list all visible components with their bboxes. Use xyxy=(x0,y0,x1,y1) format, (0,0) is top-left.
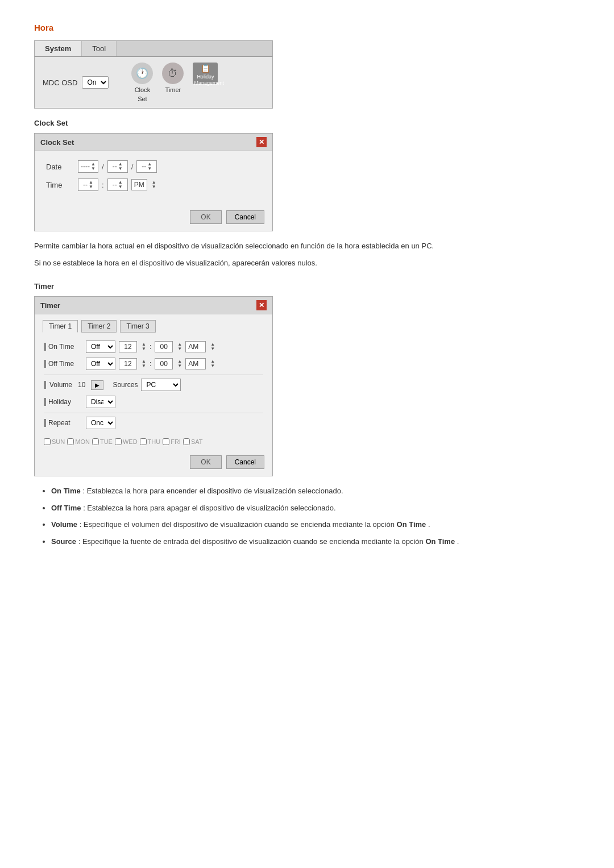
on-time-label: On Time xyxy=(44,343,82,351)
date-dn2[interactable]: ▼ xyxy=(118,167,123,171)
bullet-off-time: Off Time : Establezca la hora para apaga… xyxy=(51,502,580,514)
volume-increase-button[interactable]: ▶ xyxy=(91,380,103,390)
sys-tabs: System Tool xyxy=(35,41,272,57)
holiday-label-text: Holiday xyxy=(48,398,71,406)
timer-dialog: Timer ✕ Timer 1 Timer 2 Timer 3 On Time … xyxy=(34,296,273,476)
repeat-label-text: Repeat xyxy=(48,419,70,427)
bullet-volume-inline-bold: On Time xyxy=(397,520,426,529)
day-tue-checkbox[interactable] xyxy=(92,438,99,445)
day-mon-checkbox[interactable] xyxy=(67,438,74,445)
day-sat-checkbox[interactable] xyxy=(183,438,190,445)
date-sep1: / xyxy=(102,163,104,171)
timer-close-button[interactable]: ✕ xyxy=(256,300,267,310)
tab-timer3[interactable]: Timer 3 xyxy=(120,320,155,333)
holiday-icon-item[interactable]: 📋 Holiday Management xyxy=(193,63,218,102)
on-time-row: On Time Off On 12 ▲ ▼ : 00 ▲ ▼ AM ▲ ▼ xyxy=(44,340,263,353)
bullet-volume-text: : Especifique el volumen del dispositivo… xyxy=(80,520,397,529)
timer-icon-item[interactable]: ⏱ Timer xyxy=(162,63,184,102)
clock-cancel-button[interactable]: Cancel xyxy=(226,210,264,224)
repeat-row: Repeat Once Daily Weekly xyxy=(44,417,263,429)
clock-label-line2: Set xyxy=(138,95,147,102)
date-arrows2[interactable]: ▲ ▼ xyxy=(118,162,123,171)
holiday-row: Holiday Disable Enable xyxy=(44,396,263,408)
day-thu-checkbox[interactable] xyxy=(140,438,147,445)
repeat-select[interactable]: Once Daily Weekly xyxy=(86,417,115,429)
tab-timer2[interactable]: Timer 2 xyxy=(81,320,117,333)
clock-ok-button[interactable]: OK xyxy=(190,210,221,224)
date-spin1[interactable]: ---- ▲ ▼ xyxy=(78,160,98,173)
off-time-ampm: AM xyxy=(185,358,206,369)
holiday-select[interactable]: Disable Enable xyxy=(86,396,115,408)
hora-section-title: Hora xyxy=(34,23,580,32)
date-arrows1[interactable]: ▲ ▼ xyxy=(91,162,96,171)
timer-titlebar: Timer ✕ xyxy=(35,297,272,314)
clock-set-close-button[interactable]: ✕ xyxy=(256,137,267,147)
timer-icon: ⏱ xyxy=(162,63,184,84)
time-ampm-arrows[interactable]: ▲ ▼ xyxy=(152,180,156,189)
on-time-bar xyxy=(44,343,46,351)
time-dn2[interactable]: ▼ xyxy=(118,185,123,189)
on-hour-arrows[interactable]: ▲ ▼ xyxy=(142,342,146,351)
timer-cancel-button[interactable]: Cancel xyxy=(226,455,264,469)
day-thu-label: THU xyxy=(148,438,161,445)
day-sun-checkbox[interactable] xyxy=(44,438,51,445)
divider1 xyxy=(44,375,263,375)
day-wed: WED xyxy=(115,438,138,445)
time-row: Time -- ▲ ▼ : -- ▲ ▼ PM ▲ ▼ xyxy=(46,178,261,191)
date-spin3[interactable]: -- ▲ ▼ xyxy=(136,160,157,173)
timer-ok-button[interactable]: OK xyxy=(190,455,221,469)
tab-tool[interactable]: Tool xyxy=(82,41,117,56)
ampm-dn[interactable]: ▼ xyxy=(152,185,156,189)
date-dn1[interactable]: ▼ xyxy=(91,167,96,171)
timer-footer: OK Cancel xyxy=(35,451,272,476)
off-time-min: 00 xyxy=(155,358,173,369)
on-min-arrows[interactable]: ▲ ▼ xyxy=(177,342,182,351)
off-ampm-arrows[interactable]: ▲ ▼ xyxy=(210,359,215,368)
volume-label-text: Volume xyxy=(49,381,72,389)
time-arrows2[interactable]: ▲ ▼ xyxy=(118,180,123,189)
mdc-osd-label: MDC OSD xyxy=(43,78,77,87)
volume-value: 10 xyxy=(78,381,85,389)
day-wed-checkbox[interactable] xyxy=(115,438,122,445)
date-val1: ---- xyxy=(81,163,90,171)
date-dn3[interactable]: ▼ xyxy=(147,167,152,171)
days-row: SUN MON TUE WED THU FRI xyxy=(44,434,263,447)
time-arrows1[interactable]: ▲ ▼ xyxy=(89,180,93,189)
bullet-off-time-bold: Off Time xyxy=(51,504,81,512)
off-hour-arrows[interactable]: ▲ ▼ xyxy=(142,359,146,368)
date-arrows3[interactable]: ▲ ▼ xyxy=(147,162,152,171)
bullet-on-time: On Time : Establezca la hora para encend… xyxy=(51,485,580,497)
off-time-bar xyxy=(44,360,46,368)
date-spin2[interactable]: -- ▲ ▼ xyxy=(107,160,128,173)
sources-label-text: Sources xyxy=(113,381,138,389)
off-time-select[interactable]: Off On xyxy=(86,358,115,370)
day-fri: FRI xyxy=(163,438,181,445)
timer-section-label: Timer xyxy=(34,282,580,290)
off-min-arrows[interactable]: ▲ ▼ xyxy=(177,359,182,368)
divider2 xyxy=(44,413,263,413)
day-mon-label: MON xyxy=(75,438,90,445)
system-tool-window: System Tool MDC OSD On Off 🕐 Clock Set ⏱… xyxy=(34,40,273,109)
time-spin1[interactable]: -- ▲ ▼ xyxy=(78,178,98,191)
on-ampm-arrows[interactable]: ▲ ▼ xyxy=(210,342,215,351)
time-spin2[interactable]: -- ▲ ▼ xyxy=(107,178,128,191)
on-time-select[interactable]: Off On xyxy=(86,340,115,353)
time-dn1[interactable]: ▼ xyxy=(89,185,93,189)
volume-sources-row: Volume 10 ▶ Sources PC HDMI AV xyxy=(44,379,263,391)
sources-select[interactable]: PC HDMI AV xyxy=(141,379,181,391)
clock-set-icon-item[interactable]: 🕐 Clock Set xyxy=(131,63,153,102)
clock-icon: 🕐 xyxy=(131,63,153,84)
day-fri-checkbox[interactable] xyxy=(163,438,169,445)
bullet-on-time-bold: On Time xyxy=(51,487,81,495)
on-time-label-text: On Time xyxy=(48,343,74,351)
tab-timer1[interactable]: Timer 1 xyxy=(43,320,78,333)
tab-system[interactable]: System xyxy=(35,41,82,56)
day-wed-label: WED xyxy=(123,438,138,445)
time-val1: -- xyxy=(83,181,88,189)
date-val3: -- xyxy=(142,163,146,171)
off-time-row: Off Time Off On 12 ▲ ▼ : 00 ▲ ▼ AM ▲ ▼ xyxy=(44,358,263,370)
clock-set-titlebar: Clock Set ✕ xyxy=(35,134,272,151)
bullet-source: Source : Especifique la fuente de entrad… xyxy=(51,536,580,547)
timer-dialog-title: Timer xyxy=(40,301,60,310)
mdc-osd-select[interactable]: On Off xyxy=(82,76,109,89)
